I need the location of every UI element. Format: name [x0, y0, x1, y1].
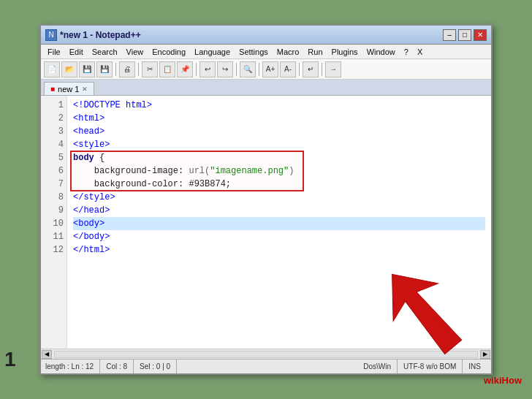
menu-settings[interactable]: Settings: [235, 47, 272, 57]
tab-bar: ■ new 1 ✕: [41, 80, 491, 96]
line-num-1: 1: [41, 99, 64, 112]
status-mode: INS: [463, 360, 487, 373]
code-line-5: body {: [73, 151, 485, 164]
status-lineend: Dos\Win: [357, 360, 398, 373]
toolbar-separator-3: [196, 63, 197, 76]
code-line-12: </html>: [73, 243, 485, 256]
line-num-11: 11: [41, 230, 64, 243]
open-button[interactable]: 📂: [61, 61, 77, 77]
line-num-5: 5: [41, 151, 64, 164]
undo-button[interactable]: ↩: [200, 61, 216, 77]
code-line-1: <!DOCTYPE html>: [73, 99, 485, 112]
app-icon: N: [45, 29, 57, 41]
code-line-8: </style>: [73, 191, 485, 204]
menu-help[interactable]: ?: [400, 47, 412, 57]
save-all-button[interactable]: 💾: [96, 61, 113, 77]
status-sel: Sel : 0 | 0: [134, 360, 177, 373]
toolbar-separator-4: [236, 63, 237, 76]
menu-language[interactable]: Language: [191, 47, 234, 57]
toolbar-separator-1: [115, 63, 116, 76]
toolbar-separator-2: [138, 63, 139, 76]
line-numbers: 1 2 3 4 5 6 7 8 9 10 11 12: [41, 96, 67, 349]
line-num-4: 4: [41, 138, 64, 151]
tab-icon: ■: [50, 85, 55, 93]
status-encoding: UTF-8 w/o BOM: [398, 360, 463, 373]
print-button[interactable]: 🖨: [119, 61, 135, 77]
menu-window[interactable]: Window: [363, 47, 399, 57]
indent-button[interactable]: →: [325, 61, 341, 77]
line-num-3: 3: [41, 125, 64, 138]
tab-label: new 1: [58, 85, 79, 94]
code-line-3: <head>: [73, 125, 485, 138]
toolbar-separator-7: [322, 63, 322, 76]
menu-plugins[interactable]: Plugins: [328, 47, 362, 57]
code-line-9: </head>: [73, 204, 485, 217]
status-length: length : Ln : 12: [45, 360, 100, 373]
redo-button[interactable]: ↪: [217, 61, 233, 77]
line-num-6: 6: [41, 164, 64, 178]
title-bar-left: N *new 1 - Notepad++: [45, 29, 141, 41]
maximize-button[interactable]: □: [458, 29, 471, 41]
toolbar-separator-6: [299, 63, 300, 76]
find-button[interactable]: 🔍: [240, 61, 256, 77]
code-line-6: background-image: url("imagename.png"): [73, 164, 485, 178]
menu-bar: File Edit Search View Encoding Language …: [41, 45, 491, 59]
zoom-in-button[interactable]: A+: [262, 61, 278, 77]
wikihow-watermark: wikiHow: [484, 375, 522, 386]
line-num-7: 7: [41, 178, 64, 191]
scroll-thumb[interactable]: [54, 351, 478, 358]
code-line-4: <style>: [73, 138, 485, 151]
line-num-9: 9: [41, 204, 64, 217]
zoom-out-button[interactable]: A-: [280, 61, 296, 77]
minimize-button[interactable]: –: [443, 29, 456, 41]
paste-button[interactable]: 📌: [177, 61, 193, 77]
toolbar-separator-5: [259, 63, 259, 76]
menu-search[interactable]: Search: [88, 47, 121, 57]
cut-button[interactable]: ✂: [142, 61, 158, 77]
code-line-2: <html>: [73, 112, 485, 125]
code-line-10: <body>: [73, 217, 485, 230]
title-bar: N *new 1 - Notepad++ – □ ✕: [41, 26, 491, 45]
new-button[interactable]: 📄: [44, 61, 60, 77]
status-bar: length : Ln : 12 Col : 8 Sel : 0 | 0 Dos…: [41, 359, 491, 373]
wrap-button[interactable]: ↵: [303, 61, 319, 77]
app-icon-letter: N: [48, 31, 53, 39]
code-line-7: background-color: #93B874;: [73, 178, 485, 191]
save-button[interactable]: 💾: [79, 61, 95, 77]
line-num-10: 10: [41, 217, 64, 230]
wikihow-text: wikiHow: [484, 375, 522, 386]
menu-view[interactable]: View: [123, 47, 148, 57]
code-line-11: </body>: [73, 230, 485, 243]
menu-run[interactable]: Run: [304, 47, 326, 57]
step-number: 1: [4, 348, 16, 371]
line-num-8: 8: [41, 191, 64, 204]
scroll-right-button[interactable]: ▶: [480, 350, 490, 359]
menu-encoding[interactable]: Encoding: [148, 47, 189, 57]
notepad-window: N *new 1 - Notepad++ – □ ✕ File Edit Sea…: [39, 24, 493, 375]
title-controls: – □ ✕: [443, 29, 487, 41]
tab-close-button[interactable]: ✕: [82, 86, 88, 93]
line-num-12: 12: [41, 243, 64, 256]
copy-button[interactable]: 📋: [159, 61, 175, 77]
editor-area[interactable]: 1 2 3 4 5 6 7 8 9 10 11 12 <!DOCTYPE htm…: [41, 96, 491, 349]
tab-new1[interactable]: ■ new 1 ✕: [44, 82, 94, 95]
menu-close[interactable]: X: [414, 47, 426, 57]
status-col: Col : 8: [100, 360, 134, 373]
wikihow-how: How: [502, 375, 522, 386]
close-button[interactable]: ✕: [474, 29, 487, 41]
line-num-2: 2: [41, 112, 64, 125]
scroll-left-button[interactable]: ◀: [42, 350, 52, 359]
outer-wrapper: 1 N *new 1 - Notepad++ – □ ✕ File Edit S…: [18, 13, 514, 386]
code-editor[interactable]: <!DOCTYPE html> <html> <head> <style> bo…: [67, 96, 491, 349]
horizontal-scrollbar[interactable]: ◀ ▶: [41, 349, 491, 359]
menu-macro[interactable]: Macro: [273, 47, 303, 57]
window-title: *new 1 - Notepad++: [60, 30, 141, 40]
menu-edit[interactable]: Edit: [66, 47, 87, 57]
toolbar: 📄 📂 💾 💾 🖨 ✂ 📋 📌 ↩ ↪ 🔍 A+ A- ↵ →: [41, 59, 491, 80]
menu-file[interactable]: File: [44, 47, 64, 57]
